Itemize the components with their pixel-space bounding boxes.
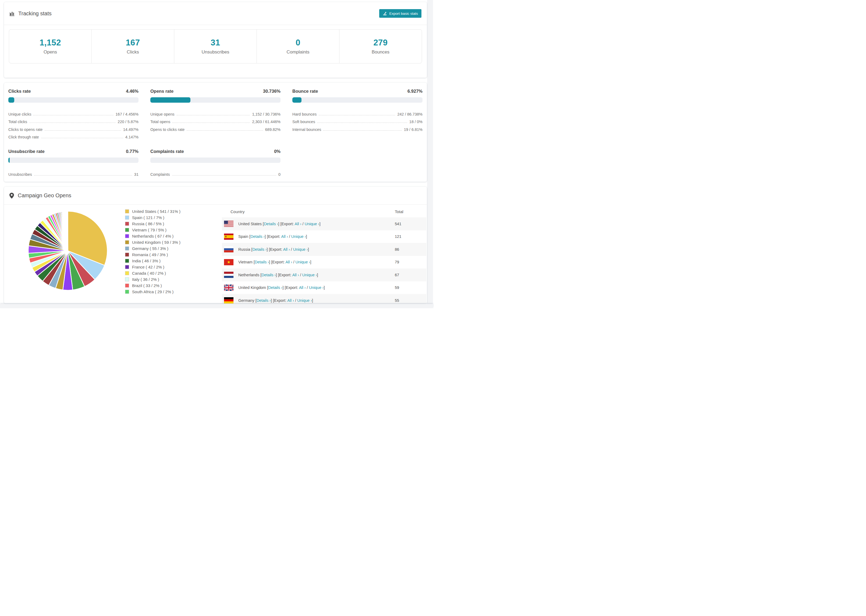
rate-block: Unsubscribe rate0.77%Unsubscribes31 xyxy=(8,149,139,177)
details-link[interactable]: Details › xyxy=(252,247,266,251)
stat-cell: 279Bounces xyxy=(339,30,422,63)
detail-label: Unsubscribes xyxy=(8,172,32,177)
legend-swatch xyxy=(125,234,129,238)
details-link[interactable]: Details › xyxy=(268,285,282,290)
rate-head: Opens rate30.736% xyxy=(150,89,280,94)
country-name: Russia xyxy=(238,247,250,251)
legend-label: United States ( 541 / 31% ) xyxy=(132,209,181,214)
export-all-link[interactable]: All › xyxy=(292,273,299,277)
export-label: [Export: xyxy=(267,234,280,239)
export-all-link[interactable]: All › xyxy=(281,234,288,239)
detail-row: Total opens2,303 / 61.446% xyxy=(150,116,280,124)
legend-swatch xyxy=(125,228,129,232)
header-divider xyxy=(4,25,427,25)
detail-label: Soft bounces xyxy=(292,119,315,124)
total-cell: 79 xyxy=(395,260,399,264)
total-cell: 86 xyxy=(395,247,399,251)
detail-label: Total opens xyxy=(150,119,170,124)
export-unique-link[interactable]: Unique › xyxy=(296,260,310,264)
details-link[interactable]: Details › xyxy=(261,273,276,277)
legend-swatch xyxy=(125,247,129,250)
export-all-link[interactable]: All › xyxy=(285,260,292,264)
dotted-leader xyxy=(33,115,113,115)
tracking-stats-card: Tracking stats Export basic stats 1,152O… xyxy=(4,2,427,78)
export-all-link[interactable]: All › xyxy=(299,285,306,290)
details-link[interactable]: Details › xyxy=(264,222,278,226)
table-row: Spain [Details ›] [Export: All › / Uniqu… xyxy=(222,230,426,243)
legend-label: Netherlands ( 67 / 4% ) xyxy=(132,234,173,238)
legend-item: Brazil ( 33 / 2% ) xyxy=(125,283,181,289)
country-links: Germany [Details ›] [Export: All › / Uni… xyxy=(238,298,313,303)
detail-label: Opens to clicks rate xyxy=(150,127,184,132)
dotted-leader xyxy=(172,175,276,176)
details-link[interactable]: Details › xyxy=(257,298,271,303)
slash: / xyxy=(289,234,290,239)
country-flag-us xyxy=(224,221,233,227)
details-link[interactable]: Details › xyxy=(255,260,269,264)
detail-value: 1,152 / 30.736% xyxy=(252,112,280,116)
country-links: Russia [Details ›] [Export: All › / Uniq… xyxy=(238,247,309,251)
country-links: Netherlands [Details ›] [Export: All › /… xyxy=(238,273,318,277)
pie-legend: United States ( 541 / 31% )Spain ( 121 /… xyxy=(125,208,181,295)
tracking-stats-header: Tracking stats Export basic stats xyxy=(4,2,427,25)
export-unique-link[interactable]: Unique › xyxy=(291,234,306,239)
export-label: [Export: xyxy=(273,298,287,303)
country-name: Germany xyxy=(238,298,254,303)
legend-label: Brazil ( 33 / 2% ) xyxy=(132,283,162,288)
country-column-header: Country xyxy=(222,209,395,214)
detail-row: Unique opens1,152 / 30.736% xyxy=(150,108,280,116)
country-cell: Netherlands [Details ›] [Export: All › /… xyxy=(222,272,395,278)
detail-value: 167 / 4.456% xyxy=(116,112,139,116)
export-unique-link[interactable]: Unique › xyxy=(297,298,312,303)
details-link[interactable]: Details › xyxy=(250,234,265,239)
progress-track xyxy=(150,97,280,103)
legend-swatch xyxy=(125,215,129,220)
export-all-link[interactable]: All › xyxy=(283,247,290,251)
summary-stats-row: 1,152Opens167Clicks31Unsubscribes0Compla… xyxy=(9,29,422,63)
rate-value: 30.736% xyxy=(263,89,280,94)
legend-label: Spain ( 121 / 7% ) xyxy=(132,215,164,220)
rate-head: Complaints rate0% xyxy=(150,149,280,154)
progress-fill xyxy=(150,97,191,103)
table-row: Netherlands [Details ›] [Export: All › /… xyxy=(222,269,426,281)
rate-head: Clicks rate4.46% xyxy=(8,89,139,94)
detail-row: Complaints0 xyxy=(150,169,280,177)
legend-label: Germany ( 55 / 3% ) xyxy=(132,246,168,251)
rate-rows: Hard bounces242 / 86.738%Soft bounces18 … xyxy=(292,108,422,132)
export-unique-link[interactable]: Unique › xyxy=(309,285,324,290)
export-all-link[interactable]: All › xyxy=(295,222,301,226)
dotted-leader xyxy=(317,123,407,123)
detail-label: Internal bounces xyxy=(292,127,321,132)
detail-row: Soft bounces18 / 0% xyxy=(292,116,422,124)
export-label: [Export: xyxy=(278,273,291,277)
detail-value: 19 / 6.81% xyxy=(404,127,422,132)
table-row: Russia [Details ›] [Export: All › / Uniq… xyxy=(222,243,426,256)
export-all-link[interactable]: All › xyxy=(287,298,294,303)
legend-item: Italy ( 36 / 2% ) xyxy=(125,276,181,283)
legend-item: Spain ( 121 / 7% ) xyxy=(125,214,181,221)
detail-row: Internal bounces19 / 6.81% xyxy=(292,124,422,132)
stat-label: Unsubscribes xyxy=(202,49,230,55)
export-label: [Export: xyxy=(269,247,282,251)
legend-label: Vietnam ( 79 / 5% ) xyxy=(132,228,167,232)
dotted-leader xyxy=(172,123,250,123)
export-basic-stats-button[interactable]: Export basic stats xyxy=(379,9,422,18)
export-unique-link[interactable]: Unique › xyxy=(293,247,308,251)
detail-label: Hard bounces xyxy=(292,112,316,116)
legend-swatch xyxy=(125,284,129,288)
legend-label: Russia ( 86 / 5% ) xyxy=(132,222,164,226)
table-row: Germany [Details ›] [Export: All › / Uni… xyxy=(222,294,426,303)
rate-value: 6.927% xyxy=(408,89,422,94)
rate-title: Complaints rate xyxy=(150,149,184,154)
page-background-bottom xyxy=(0,304,433,308)
legend-swatch xyxy=(125,259,129,263)
geo-opens-pie-chart xyxy=(27,211,108,291)
map-pin-icon xyxy=(9,193,14,199)
total-cell: 121 xyxy=(395,234,401,239)
export-unique-link[interactable]: Unique › xyxy=(302,273,317,277)
country-name: United States xyxy=(238,222,262,226)
progress-fill xyxy=(8,97,14,103)
export-unique-link[interactable]: Unique › xyxy=(305,222,320,226)
detail-label: Total clicks xyxy=(8,119,27,124)
legend-swatch xyxy=(125,290,129,294)
